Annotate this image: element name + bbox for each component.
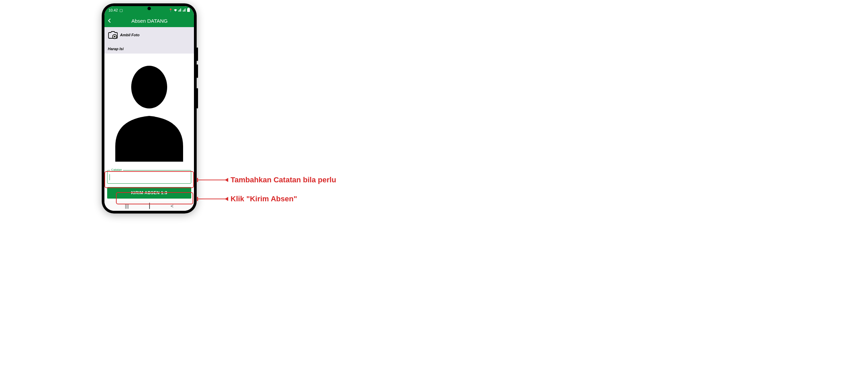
status-notif-icon: ▢ [119, 8, 123, 13]
catatan-input[interactable]: Catatan [107, 170, 191, 184]
wifi-icon [174, 8, 177, 12]
person-silhouette-icon [110, 60, 188, 162]
signal-icon-2 [183, 8, 186, 12]
location-icon: 📍 [169, 8, 173, 12]
nav-back-button[interactable]: < [171, 203, 174, 209]
take-photo-row[interactable]: Ambil Foto [108, 30, 191, 39]
input-legend: Catatan [110, 168, 123, 171]
kirim-absen-button[interactable]: KIRIM ABSEN 1:3 [107, 187, 191, 199]
svg-point-3 [131, 66, 167, 108]
phone-power-button [197, 88, 198, 108]
back-button[interactable] [107, 17, 112, 25]
photo-preview-area [104, 54, 194, 168]
camera-add-icon [108, 30, 118, 39]
form-bottom-section: Catatan KIRIM ABSEN 1:3 [104, 168, 194, 201]
phone-device-frame: 10.42 ▢ 📍 [102, 3, 197, 214]
status-indicators: 📍 [169, 8, 190, 13]
battery-icon [187, 8, 190, 13]
status-time-area: 10.42 ▢ [108, 8, 123, 13]
nav-recent-button[interactable]: ||| [125, 203, 129, 209]
annotation-arrow [197, 199, 228, 200]
signal-icon [178, 8, 182, 12]
page-title: Absen DATANG [115, 18, 184, 24]
status-time: 10.42 [108, 8, 118, 12]
photo-upload-section: Ambil Foto Harap Isi [104, 27, 194, 54]
nav-home-button[interactable] [149, 203, 150, 209]
android-nav-bar: ||| < [104, 201, 194, 211]
text-cursor [110, 174, 110, 180]
app-bar: Absen DATANG [104, 14, 194, 27]
phone-screen: 10.42 ▢ 📍 [104, 6, 194, 211]
required-hint: Harap Isi [108, 47, 191, 51]
annotation-text-1: Tambahkan Catatan bila perlu [231, 176, 336, 184]
take-photo-label: Ambil Foto [120, 33, 139, 37]
svg-rect-1 [187, 8, 190, 12]
annotation-2: Klik "Kirim Absen" [197, 195, 297, 203]
phone-side-button [197, 47, 198, 61]
svg-rect-0 [188, 8, 189, 8]
annotation-1: Tambahkan Catatan bila perlu [197, 176, 336, 184]
annotation-arrow [197, 180, 228, 181]
phone-side-button [197, 64, 198, 78]
annotation-text-2: Klik "Kirim Absen" [231, 195, 297, 203]
phone-camera-notch [147, 7, 151, 10]
